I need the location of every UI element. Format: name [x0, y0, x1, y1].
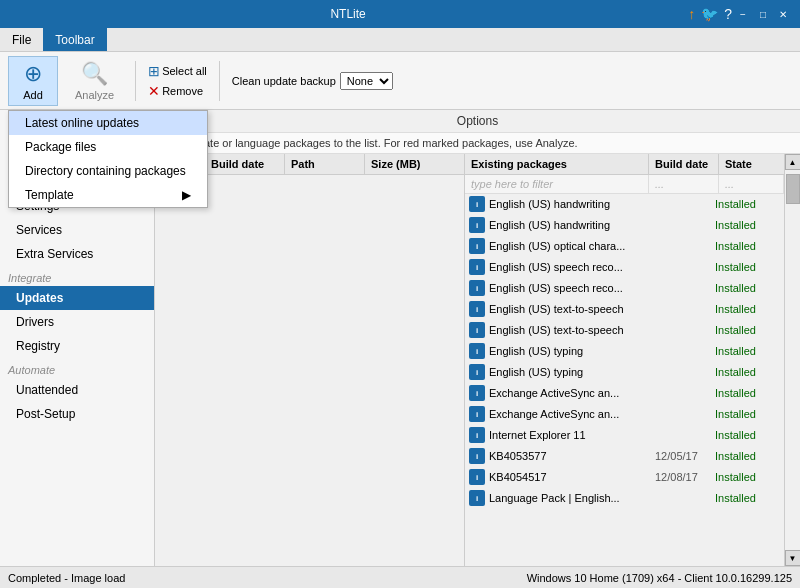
maximize-button[interactable]: □ [754, 6, 772, 22]
menu-toolbar[interactable]: Toolbar [43, 28, 106, 51]
toolbar-options: ⊞ Select all ✕ Remove [148, 63, 207, 99]
list-item[interactable]: iExchange ActiveSync an...Installed [465, 383, 784, 404]
filter-dots2: ... [719, 175, 784, 193]
remove-label: Remove [162, 85, 203, 97]
package-icon: i [469, 217, 485, 233]
integrate-section-label: Integrate [0, 266, 154, 286]
sidebar-item-updates[interactable]: Updates [0, 286, 154, 310]
list-item[interactable]: iKB405451712/08/17Installed [465, 467, 784, 488]
list-item[interactable]: iKB405357712/05/17Installed [465, 446, 784, 467]
list-item[interactable]: iEnglish (US) handwritingInstalled [465, 215, 784, 236]
sidebar-item-unattended[interactable]: Unattended [0, 378, 154, 402]
update-icon[interactable]: ↑ [688, 6, 695, 22]
scroll-up-btn[interactable]: ▲ [785, 154, 801, 170]
package-name: Language Pack | English... [489, 492, 655, 504]
list-item[interactable]: iEnglish (US) typingInstalled [465, 362, 784, 383]
package-name: English (US) optical chara... [489, 240, 655, 252]
toolbar: ⊕ Add 🔍 Analyze ⊞ Select all ✕ Remove Cl… [0, 52, 800, 110]
right-panel: Existing packages Build date State type … [465, 154, 784, 566]
menu-bar: File Toolbar [0, 28, 800, 52]
dropdown-template[interactable]: Template ▶ [9, 183, 207, 207]
options-title: Options [457, 114, 498, 128]
package-state: Installed [715, 240, 780, 252]
sidebar-item-registry[interactable]: Registry [0, 334, 154, 358]
package-icon: i [469, 364, 485, 380]
main-content: Options Add update or language packages … [155, 110, 800, 566]
help-icon[interactable]: ? [724, 6, 732, 22]
right-scrollbar[interactable]: ▲ ▼ [784, 154, 800, 566]
select-all-icon: ⊞ [148, 63, 160, 79]
package-name: English (US) typing [489, 345, 655, 357]
automate-section-label: Automate [0, 358, 154, 378]
dropdown-directory[interactable]: Directory containing packages [9, 159, 207, 183]
analyze-icon: 🔍 [81, 61, 108, 87]
select-all-btn[interactable]: ⊞ Select all [148, 63, 207, 79]
close-button[interactable]: ✕ [774, 6, 792, 22]
package-state: Installed [715, 303, 780, 315]
package-name: English (US) speech reco... [489, 282, 655, 294]
list-item[interactable]: iEnglish (US) text-to-speechInstalled [465, 320, 784, 341]
col-state: State [719, 154, 784, 174]
package-icon: i [469, 406, 485, 422]
minimize-button[interactable]: − [734, 6, 752, 22]
list-item[interactable]: iInternet Explorer 11Installed [465, 425, 784, 446]
sidebar-item-post-setup[interactable]: Post-Setup [0, 402, 154, 426]
list-item[interactable]: iExchange ActiveSync an...Installed [465, 404, 784, 425]
col-path: Path [285, 154, 365, 174]
package-icon: i [469, 322, 485, 338]
package-icon: i [469, 427, 485, 443]
list-item[interactable]: iEnglish (US) handwritingInstalled [465, 194, 784, 215]
list-item[interactable]: iEnglish (US) optical chara...Installed [465, 236, 784, 257]
status-right: Windows 10 Home (1709) x64 - Client 10.0… [527, 572, 792, 584]
package-state: Installed [715, 198, 780, 210]
packages-list: iEnglish (US) handwritingInstallediEngli… [465, 194, 784, 566]
package-icon: i [469, 469, 485, 485]
content-area: que... Build date Path Size (MB) Existin… [155, 154, 800, 566]
dropdown-latest-online[interactable]: Latest online updates [9, 111, 207, 135]
sidebar-item-drivers[interactable]: Drivers [0, 310, 154, 334]
none-select[interactable]: None [340, 72, 393, 90]
list-item[interactable]: iEnglish (US) typingInstalled [465, 341, 784, 362]
package-state: Installed [715, 387, 780, 399]
options-header: Options [155, 110, 800, 133]
list-item[interactable]: iEnglish (US) speech reco...Installed [465, 257, 784, 278]
package-date: 12/05/17 [655, 450, 715, 462]
options-bar: Add update or language packages to the l… [155, 133, 800, 154]
package-name: English (US) speech reco... [489, 261, 655, 273]
sidebar-item-extra-services[interactable]: Extra Services [0, 242, 154, 266]
package-name: English (US) typing [489, 366, 655, 378]
submenu-arrow-icon: ▶ [182, 188, 191, 202]
clean-update-row: Clean update backup None [232, 72, 393, 90]
dropdown-package-files[interactable]: Package files [9, 135, 207, 159]
add-button[interactable]: ⊕ Add [8, 56, 58, 106]
sidebar-item-services[interactable]: Services [0, 218, 154, 242]
extra-icons: ↑ 🐦 ? [688, 6, 732, 22]
analyze-button[interactable]: 🔍 Analyze [66, 56, 123, 106]
app-title: NTLite [8, 7, 688, 21]
filter-placeholder[interactable]: type here to filter [465, 175, 649, 193]
package-state: Installed [715, 219, 780, 231]
add-icon: ⊕ [24, 61, 42, 87]
package-icon: i [469, 238, 485, 254]
add-dropdown-menu: Latest online updates Package files Dire… [8, 110, 208, 208]
list-item[interactable]: iLanguage Pack | English...Installed [465, 488, 784, 509]
left-panel: que... Build date Path Size (MB) [155, 154, 465, 566]
list-item[interactable]: iEnglish (US) text-to-speechInstalled [465, 299, 784, 320]
package-state: Installed [715, 492, 780, 504]
package-state: Installed [715, 261, 780, 273]
analyze-label: Analyze [75, 89, 114, 101]
menu-file[interactable]: File [0, 28, 43, 51]
package-state: Installed [715, 366, 780, 378]
package-icon: i [469, 385, 485, 401]
scroll-down-btn[interactable]: ▼ [785, 550, 801, 566]
twitter-icon[interactable]: 🐦 [701, 6, 718, 22]
package-state: Installed [715, 429, 780, 441]
package-name: Exchange ActiveSync an... [489, 387, 655, 399]
options-description: Add update or language packages to the l… [163, 137, 792, 149]
package-name: KB4053577 [489, 450, 655, 462]
window-controls: ↑ 🐦 ? − □ ✕ [688, 6, 792, 22]
remove-btn[interactable]: ✕ Remove [148, 83, 207, 99]
list-item[interactable]: iEnglish (US) speech reco...Installed [465, 278, 784, 299]
scroll-thumb[interactable] [786, 174, 800, 204]
remove-icon: ✕ [148, 83, 160, 99]
